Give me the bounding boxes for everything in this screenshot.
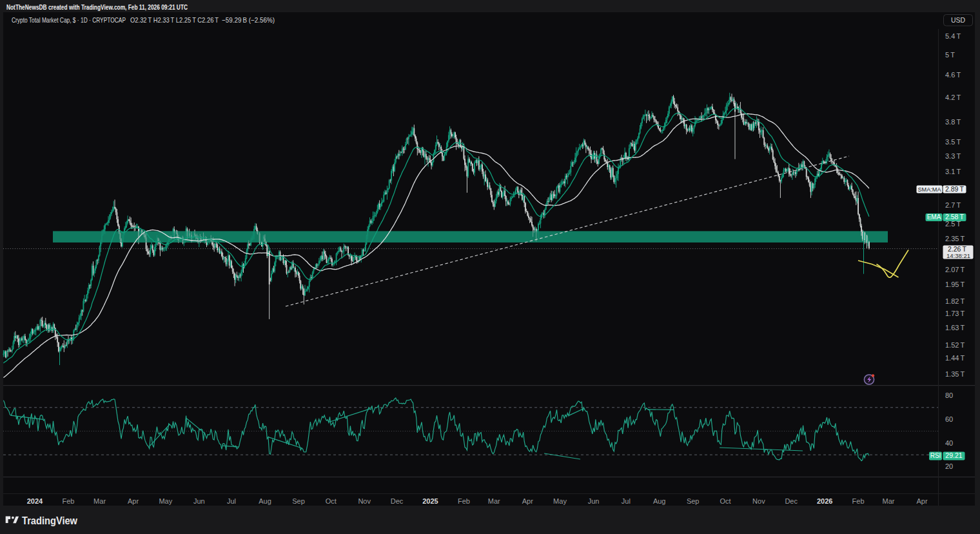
svg-text:O2.32 T H2.33 T L2.25 T C2.26: O2.32 T H2.33 T L2.25 T C2.26 T xyxy=(130,16,219,24)
svg-text:2.07 T: 2.07 T xyxy=(945,266,965,273)
svg-text:Aug: Aug xyxy=(653,497,666,505)
svg-text:Feb: Feb xyxy=(852,497,865,505)
svg-text:1.82 T: 1.82 T xyxy=(945,297,965,305)
svg-text:NotTheNewsDB created with Trad: NotTheNewsDB created with TradingView.co… xyxy=(6,3,188,11)
svg-text:Oct: Oct xyxy=(326,497,337,505)
svg-text:Mar: Mar xyxy=(93,497,106,505)
svg-text:1.95 T: 1.95 T xyxy=(945,281,965,288)
svg-text:60: 60 xyxy=(945,415,953,423)
svg-text:Aug: Aug xyxy=(259,497,271,505)
svg-text:USD: USD xyxy=(951,16,966,24)
svg-text:Jul: Jul xyxy=(227,497,236,505)
svg-text:May: May xyxy=(159,497,172,505)
svg-text:3.3 T: 3.3 T xyxy=(945,152,961,160)
svg-text:2.58 T: 2.58 T xyxy=(945,213,965,221)
svg-text:1.73 T: 1.73 T xyxy=(945,310,965,317)
svg-text:Crypto Total Market Cap, $ · 1: Crypto Total Market Cap, $ · 1D · CRYPTO… xyxy=(12,16,126,24)
svg-text:29.21: 29.21 xyxy=(945,451,962,459)
svg-text:Apr: Apr xyxy=(522,497,533,505)
svg-text:Sep: Sep xyxy=(687,497,700,505)
svg-text:14:38:21: 14:38:21 xyxy=(946,252,970,259)
svg-text:Nov: Nov xyxy=(358,497,371,505)
svg-text:Apr: Apr xyxy=(916,497,927,505)
svg-text:4.2 T: 4.2 T xyxy=(945,94,961,101)
svg-text:Mar: Mar xyxy=(883,497,895,505)
svg-text:Sep: Sep xyxy=(292,497,305,505)
svg-text:4.6 T: 4.6 T xyxy=(945,71,961,79)
svg-text:Dec: Dec xyxy=(785,497,798,505)
svg-text:2.89 T: 2.89 T xyxy=(945,185,965,193)
svg-text:40: 40 xyxy=(945,439,953,447)
svg-text:Mar: Mar xyxy=(488,497,500,505)
svg-text:EMA: EMA xyxy=(927,213,941,221)
svg-text:5 T: 5 T xyxy=(945,51,955,59)
svg-text:1.63 T: 1.63 T xyxy=(945,324,965,331)
svg-text:May: May xyxy=(553,497,567,505)
svg-text:−59.29 B (−2.56%): −59.29 B (−2.56%) xyxy=(222,16,275,24)
svg-text:80: 80 xyxy=(945,391,953,399)
svg-text:3.5 T: 3.5 T xyxy=(945,138,961,146)
svg-text:Nov: Nov xyxy=(752,497,765,505)
svg-text:Feb: Feb xyxy=(458,497,470,505)
svg-text:2024: 2024 xyxy=(27,497,43,505)
svg-text:2.7 T: 2.7 T xyxy=(945,201,961,209)
svg-text:SMA:MA: SMA:MA xyxy=(918,186,942,193)
svg-text:20: 20 xyxy=(945,462,953,470)
svg-text:Feb: Feb xyxy=(63,497,75,505)
svg-text:Jul: Jul xyxy=(622,497,631,505)
svg-text:Dec: Dec xyxy=(391,497,404,505)
svg-text:2025: 2025 xyxy=(422,497,438,505)
svg-text:1.52 T: 1.52 T xyxy=(945,341,965,349)
svg-text:3.1 T: 3.1 T xyxy=(945,168,961,175)
svg-text:RSI: RSI xyxy=(930,452,941,459)
svg-text:1.44 T: 1.44 T xyxy=(945,354,965,362)
svg-text:Apr: Apr xyxy=(128,497,139,505)
svg-text:2026: 2026 xyxy=(817,497,832,505)
svg-text:Oct: Oct xyxy=(720,497,730,505)
svg-text:Jun: Jun xyxy=(193,497,205,505)
svg-text:1.35 T: 1.35 T xyxy=(945,370,965,378)
svg-text:3.8 T: 3.8 T xyxy=(945,118,961,126)
svg-text:5.4 T: 5.4 T xyxy=(945,32,961,40)
svg-text:2.35 T: 2.35 T xyxy=(945,235,965,242)
svg-text:TradingView: TradingView xyxy=(22,515,77,526)
svg-text:Jun: Jun xyxy=(588,497,600,505)
